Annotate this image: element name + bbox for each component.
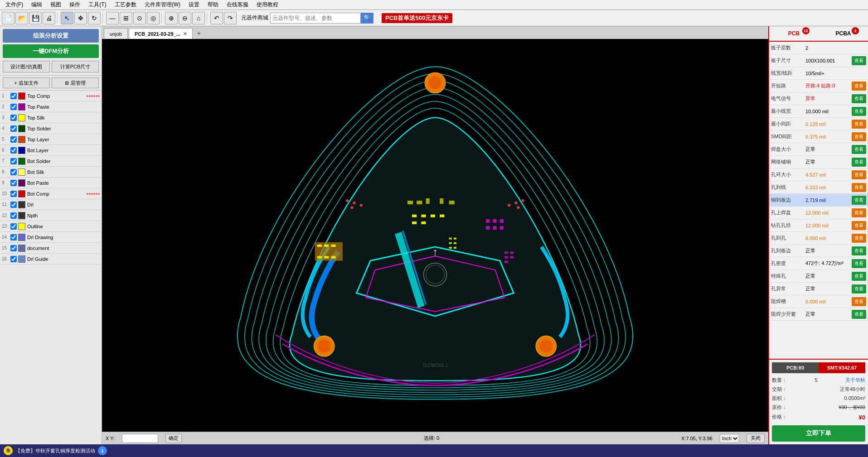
menu-operate[interactable]: 操作 [66,0,84,10]
layer-visibility-checkbox[interactable] [10,169,17,175]
tab-pcb[interactable]: PCB 12 [769,26,819,41]
calc-pcb-button[interactable]: 计算PCB尺寸 [52,61,99,72]
analysis-view-button[interactable]: 查看 [852,183,866,192]
analysis-view-button[interactable]: 查看 [852,107,866,116]
menu-tutorial[interactable]: 使用教程 [253,0,282,10]
design-view-button[interactable]: 设计图/仿真图 [3,61,50,72]
pcb-canvas[interactable]: ↑ [102,39,768,432]
analysis-view-button[interactable]: 查看 [852,297,866,306]
order-button[interactable]: 立即下单 [772,425,865,442]
menu-file[interactable]: 文件(F) [2,0,27,10]
layer-row[interactable]: 6 Bot Layer [0,145,102,156]
search-input[interactable] [270,13,361,24]
analysis-view-button[interactable]: 查看 [852,82,866,91]
layer-visibility-checkbox[interactable] [10,191,17,197]
price-tab-pcb[interactable]: PCB:¥0 [772,362,819,373]
layer-visibility-checkbox[interactable] [10,115,17,121]
notification-info-icon[interactable]: ℹ [98,446,107,455]
layer-row[interactable]: 9 Bot Paste [0,178,102,188]
layer-visibility-checkbox[interactable] [10,212,17,219]
layer-row[interactable]: 1 Top Comp ●●●●●● [0,91,102,101]
layer-row[interactable]: 7 Bot Solder [0,156,102,167]
layer-visibility-checkbox[interactable] [10,245,17,251]
promo-banner[interactable]: PCB首单送500元京东卡 [382,13,452,23]
analysis-view-button[interactable]: 查看 [852,259,866,268]
tab-unjob[interactable]: unjob [104,28,128,39]
notification-bar[interactable]: 免 【免费】华秋开窗孔铜厚度检测活动 ℹ [0,444,868,457]
layer-row[interactable]: 2 Top Paste [0,101,102,112]
price-tab-smt[interactable]: SMT:¥342.67 [819,362,865,373]
search-button[interactable]: 🔍 [361,13,373,24]
layer-row[interactable]: 11 Drl [0,199,102,210]
analysis-view-button[interactable]: 查看 [852,284,866,293]
menu-support[interactable]: 在线客服 [223,0,252,10]
analysis-view-button[interactable]: 查看 [852,132,866,141]
analysis-view-button[interactable]: 查看 [852,246,866,255]
toolbar-new[interactable]: 📄 [2,12,15,24]
menu-settings[interactable]: 设置 [185,0,203,10]
analysis-view-button[interactable]: 查看 [852,158,866,167]
coord-confirm-button[interactable]: 确定 [165,434,182,443]
analysis-view-button[interactable]: 查看 [852,120,866,129]
close-button[interactable]: 关闭 [747,434,765,443]
coord-input[interactable] [122,434,158,443]
tab-add[interactable]: + [194,28,204,39]
menu-tools[interactable]: 工具(T) [85,0,110,10]
layer-visibility-checkbox[interactable] [10,125,17,132]
layer-visibility-checkbox[interactable] [10,223,17,230]
layer-visibility-checkbox[interactable] [10,136,17,143]
layer-visibility-checkbox[interactable] [10,256,17,262]
toolbar-move[interactable]: ✥ [74,12,87,24]
tab-pcb[interactable]: PCB_2021-03-29_... ✕ [129,28,193,39]
add-file-button[interactable]: + 追加文件 [3,77,50,88]
analysis-view-button[interactable]: 查看 [852,94,866,103]
tab-pcba[interactable]: PCBA 2 [819,26,868,41]
layer-row[interactable]: 14 Drl Drawing [0,232,102,243]
layer-row[interactable]: 13 Outline [0,221,102,232]
layer-visibility-checkbox[interactable] [10,147,17,154]
layer-row[interactable]: 3 Top Silk [0,112,102,123]
layer-visibility-checkbox[interactable] [10,180,17,186]
toolbar-via[interactable]: ◎ [147,12,160,24]
toolbar-redo[interactable]: ↷ [224,12,237,24]
layer-row[interactable]: 8 Bot Silk [0,167,102,178]
toolbar-wire[interactable]: — [106,12,119,24]
toolbar-rotate[interactable]: ↻ [88,12,101,24]
analysis-view-button[interactable]: 查看 [852,196,866,205]
layer-visibility-checkbox[interactable] [10,234,17,241]
analysis-settings-button[interactable]: 组装分析设置 [3,29,99,43]
toolbar-select[interactable]: ↖ [61,12,73,24]
tab-pcb-close[interactable]: ✕ [183,31,187,36]
toolbar-open[interactable]: 📂 [15,12,28,24]
menu-view[interactable]: 视图 [47,0,65,10]
huaqin-link[interactable]: 关于华秋 [845,376,865,385]
analysis-view-button[interactable]: 查看 [852,310,866,319]
menu-help[interactable]: 帮助 [204,0,222,10]
toolbar-zoom-out[interactable]: ⊖ [179,12,191,24]
analysis-view-button[interactable]: 查看 [852,170,866,179]
unit-select[interactable]: Inch mm [720,434,739,443]
menu-process[interactable]: 工艺参数 [111,0,140,10]
layer-row[interactable]: 4 Top Solder [0,123,102,134]
analysis-view-button[interactable]: 查看 [852,272,866,281]
toolbar-print[interactable]: 🖨 [43,12,55,24]
toolbar-zoom-in[interactable]: ⊕ [165,12,178,24]
layer-row[interactable]: 12 Npth [0,210,102,221]
layer-visibility-checkbox[interactable] [10,158,17,164]
toolbar-undo[interactable]: ↶ [210,12,223,24]
layer-visibility-checkbox[interactable] [10,104,17,110]
layer-row[interactable]: 15 document [0,243,102,254]
toolbar-route[interactable]: ⊞ [120,12,132,24]
analysis-view-button[interactable]: 查看 [852,208,866,217]
analysis-view-button[interactable]: 查看 [852,234,866,243]
layer-manager-button[interactable]: ⊞ 层管理 [52,77,99,88]
layer-visibility-checkbox[interactable] [10,202,17,208]
toolbar-fit[interactable]: ⌂ [192,12,205,24]
toolbar-pad[interactable]: ⊙ [133,12,146,24]
analysis-view-button[interactable]: 查看 [852,56,866,65]
analysis-view-button[interactable]: 查看 [852,145,866,154]
toolbar-save[interactable]: 💾 [29,12,42,24]
menu-edit[interactable]: 编辑 [28,0,46,10]
layer-visibility-checkbox[interactable] [10,93,17,99]
menu-library[interactable]: 元件库管理(W) [141,0,184,10]
